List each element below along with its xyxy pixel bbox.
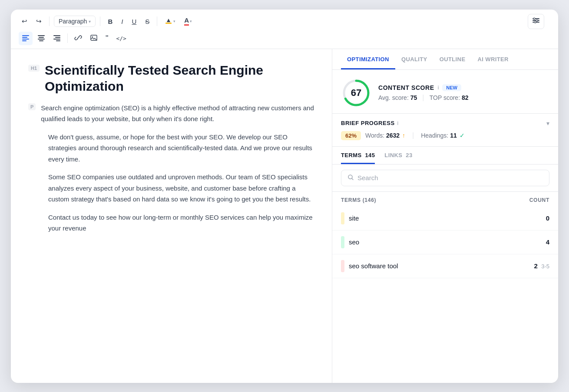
brief-chevron-icon[interactable]: ▾	[546, 120, 549, 127]
term-row-seo-software[interactable]: seo software tool 2 3-5	[332, 254, 558, 278]
settings-icon	[532, 16, 540, 24]
terms-tab-terms[interactable]: TERMS 145	[341, 147, 375, 164]
image-button[interactable]	[87, 32, 101, 45]
svg-rect-8	[22, 37, 27, 38]
bold-button[interactable]: B	[105, 16, 116, 27]
brief-percent: 62%	[341, 131, 361, 140]
right-panel: OPTIMIZATION QUALITY OUTLINE AI WRITER	[332, 49, 558, 383]
score-circle: 67	[341, 78, 371, 108]
quote-button[interactable]: "	[103, 32, 111, 45]
redo-icon: ↪	[36, 17, 42, 25]
headings-check-icon: ✓	[460, 132, 465, 139]
terms-tab-links[interactable]: LINKS 23	[384, 147, 412, 164]
strikethrough-button[interactable]: S	[142, 16, 152, 27]
search-input[interactable]	[357, 174, 543, 181]
image-icon	[90, 34, 98, 43]
redo-button[interactable]: ↪	[33, 15, 45, 27]
brief-title-row: BRIEF PROGRESS i ▾	[341, 120, 549, 127]
avg-score-value: 75	[410, 94, 417, 101]
term-indicator-seo-software	[341, 260, 344, 272]
align-left-icon	[22, 34, 30, 43]
brief-area: BRIEF PROGRESS i ▾ 62% Words: 2632 ↑ | H…	[332, 114, 558, 147]
search-wrap	[332, 165, 558, 192]
stat-separator: |	[412, 132, 414, 139]
svg-rect-0	[165, 23, 172, 24]
term-left-seo: seo	[341, 236, 359, 248]
tab-outline[interactable]: OUTLINE	[433, 49, 472, 69]
links-count-badge: 23	[406, 152, 412, 158]
underline-icon: U	[132, 18, 136, 25]
paragraph-3[interactable]: Some SEO companies use outdated and unpr…	[48, 171, 316, 205]
paragraph-select[interactable]: Paragraph ▾	[54, 16, 96, 27]
align-left-button[interactable]	[19, 32, 33, 45]
terms-header-label: TERMS (146)	[341, 197, 376, 203]
tab-quality[interactable]: QUALITY	[395, 49, 433, 69]
svg-rect-12	[39, 37, 44, 38]
score-averages: Avg. score: 75 | TOP score: 82	[378, 94, 549, 102]
brief-headings-value: 11	[450, 132, 457, 139]
svg-rect-13	[38, 39, 45, 40]
heading-row: H1 Scientifically Tested Search Engine O…	[28, 62, 316, 95]
italic-icon: I	[121, 18, 123, 25]
link-button[interactable]	[71, 32, 85, 45]
top-score-value: 82	[462, 94, 469, 101]
settings-button[interactable]	[528, 14, 544, 29]
code-icon: </>	[116, 35, 126, 42]
undo-button[interactable]: ↩	[19, 15, 30, 27]
term-left-site: site	[341, 212, 359, 224]
score-number: 67	[351, 87, 361, 99]
term-row[interactable]: site 0	[332, 207, 558, 231]
term-name-seo-software: seo software tool	[349, 262, 398, 270]
svg-point-5	[536, 20, 538, 21]
avg-score-label: Avg. score: 75	[378, 94, 419, 101]
svg-rect-7	[22, 35, 29, 36]
brief-headings: Headings: 11 ✓	[421, 132, 464, 139]
toolbar-divider-3	[157, 16, 157, 26]
toolbar-divider-4	[67, 33, 68, 43]
term-range-seo-software: 3-5	[541, 263, 549, 270]
search-icon	[347, 174, 354, 182]
main-layout: H1 Scientifically Tested Search Engine O…	[11, 49, 558, 383]
h1-block-label: H1	[28, 65, 40, 72]
text-color-button[interactable]: A ▾	[181, 15, 195, 28]
toolbar-divider-2	[100, 16, 100, 26]
highlight-button[interactable]: ▾	[162, 15, 179, 27]
code-button[interactable]: </>	[113, 33, 129, 44]
underline-button[interactable]: U	[129, 16, 139, 27]
brief-stats-row: 62% Words: 2632 ↑ | Headings: 11 ✓	[341, 131, 549, 140]
editor-heading[interactable]: Scientifically Tested Search Engine Opti…	[45, 62, 316, 95]
score-row: 67 CONTENT SCORE i NEW Avg. score: 75	[341, 78, 549, 108]
paragraph-2[interactable]: We don't guess, assume, or hope for the …	[48, 132, 316, 165]
italic-button[interactable]: I	[118, 16, 126, 27]
svg-point-20	[92, 36, 93, 37]
svg-point-4	[533, 18, 535, 20]
term-row-seo[interactable]: seo 4	[332, 231, 558, 254]
paragraph-4[interactable]: Contact us today to see how our long-ter…	[48, 212, 316, 234]
link-icon	[74, 34, 82, 43]
align-center-icon	[37, 34, 45, 43]
term-left-seo-software: seo software tool	[341, 260, 398, 272]
score-info: CONTENT SCORE i NEW Avg. score: 75 | TO	[378, 84, 549, 102]
score-separator: |	[422, 94, 424, 101]
term-count-seo-software: 2 3-5	[534, 262, 549, 270]
editor-panel[interactable]: H1 Scientifically Tested Search Engine O…	[11, 49, 332, 383]
terms-table-header: TERMS (146) COUNT	[332, 192, 558, 207]
align-center-button[interactable]	[34, 32, 48, 45]
svg-rect-9	[22, 39, 29, 40]
bold-icon: B	[108, 18, 112, 25]
tab-ai-writer[interactable]: AI WRITER	[471, 49, 514, 69]
align-right-button[interactable]	[50, 32, 64, 45]
app-container: ↩ ↪ Paragraph ▾ B I U S	[11, 10, 558, 383]
brief-info-icon[interactable]: i	[397, 120, 399, 126]
score-info-icon[interactable]: i	[438, 85, 439, 91]
terms-tabs-row: TERMS 145 LINKS 23	[332, 147, 558, 165]
term-count-site: 0	[546, 214, 549, 222]
paragraph-1[interactable]: Search engine optimization (SEO) is a hi…	[41, 102, 316, 125]
brief-title: BRIEF PROGRESS	[341, 120, 395, 126]
score-title: CONTENT SCORE	[378, 84, 434, 91]
terms-table-area: TERMS (146) COUNT site 0 s	[332, 192, 558, 383]
svg-rect-14	[39, 40, 43, 41]
tab-optimization[interactable]: OPTIMIZATION	[341, 49, 395, 69]
align-right-icon	[53, 34, 61, 43]
toolbar: ↩ ↪ Paragraph ▾ B I U S	[11, 10, 558, 49]
